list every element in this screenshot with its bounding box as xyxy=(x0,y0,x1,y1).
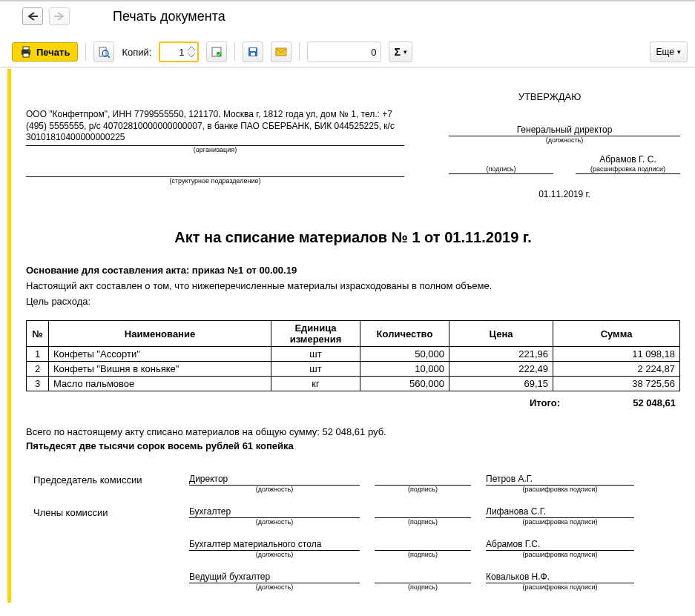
commission-position: Директор(должность) xyxy=(189,474,360,486)
approve-date: 01.11.2019 г. xyxy=(449,189,680,199)
commission-row: Ведущий бухгалтер(должность) (подпись) К… xyxy=(33,572,680,583)
basis-line: Основание для составления акта: приказ №… xyxy=(26,265,680,276)
preview-button[interactable] xyxy=(93,42,114,62)
total-label: Итого: xyxy=(26,397,575,408)
subdivision-sublabel: (структурное подразделение) xyxy=(26,177,404,185)
approve-title: УТВЕРЖДАЮ xyxy=(449,91,680,102)
col-num: № xyxy=(27,321,49,347)
commission-name: Абрамов Г.С.(расшифровка подписи) xyxy=(486,539,634,551)
commission-signature: (подпись) xyxy=(375,507,471,518)
table-row: 1Конфеты "Ассорти"шт50,000221,9611 098,1… xyxy=(27,347,680,362)
approve-position-sub: (должность) xyxy=(449,136,680,144)
commission-role-label: Члены комиссии xyxy=(33,507,174,518)
approve-signature: (подпись) xyxy=(449,154,553,174)
description-line1: Настоящий акт составлен о том, что нижеп… xyxy=(26,280,680,291)
commission-name: Лифанова С.Г.(расшифровка подписи) xyxy=(486,506,634,518)
commission-row: Бухгалтер материального стола(должность)… xyxy=(33,539,680,551)
svg-rect-13 xyxy=(251,53,255,56)
description-line2: Цель расхода: xyxy=(26,296,680,307)
page-settings-button[interactable] xyxy=(206,42,227,62)
svg-point-5 xyxy=(28,50,30,52)
print-label: Печать xyxy=(36,47,70,58)
col-price: Цена xyxy=(449,321,553,347)
copies-label: Копий: xyxy=(122,47,151,58)
number-input[interactable] xyxy=(307,42,381,62)
forward-button[interactable] xyxy=(49,7,70,25)
col-qty: Количество xyxy=(360,321,449,347)
save-button[interactable] xyxy=(243,42,263,62)
svg-rect-12 xyxy=(250,48,256,51)
email-button[interactable] xyxy=(271,42,291,62)
sum-button[interactable]: Σ ▾ xyxy=(389,42,412,62)
commission-name: Петров А.Г.(расшифровка подписи) xyxy=(486,474,634,486)
diskette-icon xyxy=(247,46,259,58)
preview-icon xyxy=(98,46,110,58)
approve-name: Абрамов Г. С. (расшифровка подписи) xyxy=(576,154,680,174)
toolbar: Печать Копий: Σ ▾ Еще ▾ xyxy=(0,37,695,67)
header-bar: Печать документа xyxy=(0,4,695,33)
org-sublabel: (организация) xyxy=(26,146,404,153)
commission-position: Бухгалтер(должность) xyxy=(189,506,360,518)
materials-table: № Наименование Единица измерения Количес… xyxy=(26,320,680,391)
subdivision-line xyxy=(26,164,404,177)
sigma-icon: Σ xyxy=(394,46,400,58)
summary-text: Всего по настоящему акту списано материа… xyxy=(26,426,680,437)
commission-signature: (подпись) xyxy=(375,540,471,551)
summary-bold: Пятьдесят две тысячи сорок восемь рублей… xyxy=(26,440,680,451)
printer-icon xyxy=(20,46,32,58)
total-value: 52 048,61 xyxy=(575,397,680,408)
copies-stepper[interactable] xyxy=(159,42,199,62)
svg-rect-3 xyxy=(23,47,29,50)
commission-role-label: Председатель комиссии xyxy=(33,474,174,486)
document-title: Акт на списание материалов № 1 от 01.11.… xyxy=(26,229,680,246)
table-row: 3Масло пальмовоекг560,00069,1538 725,56 xyxy=(27,377,680,391)
commission-position: Ведущий бухгалтер(должность) xyxy=(189,572,360,583)
col-unit: Единица измерения xyxy=(271,321,360,347)
page-title: Печать документа xyxy=(113,9,225,24)
commission-name: Ковальков Н.Ф.(расшифровка подписи) xyxy=(486,572,634,583)
organization-text: ООО "Конфетпром", ИНН 7799555550, 121170… xyxy=(26,109,404,146)
back-button[interactable] xyxy=(22,7,43,25)
page-settings-icon xyxy=(211,46,223,58)
commission-position: Бухгалтер материального стола(должность) xyxy=(189,539,360,551)
approve-position: Генеральный директор xyxy=(449,125,680,136)
table-row: 2Конфеты "Вишня в коньяке"шт10,000222,49… xyxy=(27,362,680,377)
more-button[interactable]: Еще ▾ xyxy=(650,42,688,62)
commission-row: Председатель комиссии Директор(должность… xyxy=(33,474,680,486)
envelope-icon xyxy=(275,46,287,58)
copies-input[interactable] xyxy=(160,43,197,61)
commission-signature: (подпись) xyxy=(375,474,471,486)
col-name: Наименование xyxy=(49,321,271,347)
more-label: Еще xyxy=(656,47,674,57)
col-sum: Сумма xyxy=(553,321,680,347)
commission-signature: (подпись) xyxy=(375,572,471,583)
commission-row: Члены комиссии Бухгалтер(должность) (под… xyxy=(33,506,680,518)
document-body: ООО "Конфетпром", ИНН 7799555550, 121170… xyxy=(7,69,695,603)
print-button[interactable]: Печать xyxy=(12,42,78,62)
svg-rect-4 xyxy=(23,53,29,57)
svg-line-8 xyxy=(108,56,110,58)
